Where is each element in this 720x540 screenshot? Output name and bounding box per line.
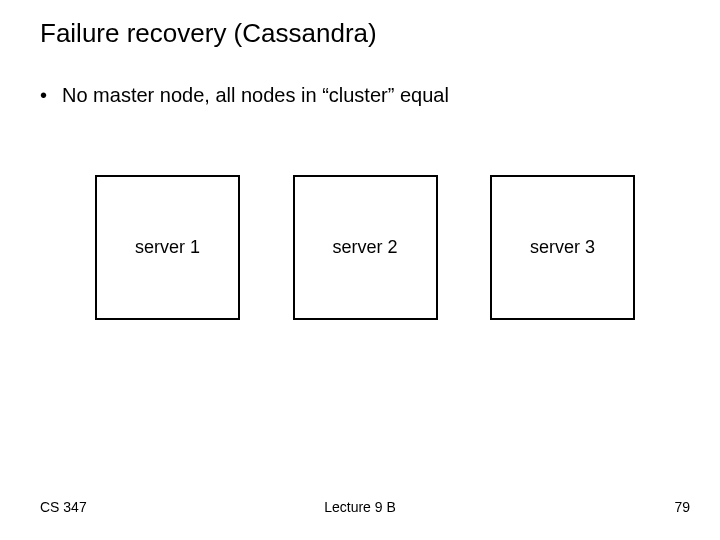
server-box-3: server 3	[490, 175, 635, 320]
footer-page-number: 79	[674, 499, 690, 515]
slide: Failure recovery (Cassandra) • No master…	[0, 0, 720, 540]
server-box-1: server 1	[95, 175, 240, 320]
footer-lecture: Lecture 9 B	[0, 499, 720, 515]
bullet-marker: •	[40, 82, 62, 108]
bullet-text: No master node, all nodes in “cluster” e…	[62, 82, 449, 108]
server-diagram: server 1 server 2 server 3	[95, 175, 635, 320]
page-title: Failure recovery (Cassandra)	[40, 18, 377, 49]
server-box-2: server 2	[293, 175, 438, 320]
server-label: server 1	[135, 237, 200, 258]
bullet-item: • No master node, all nodes in “cluster”…	[40, 82, 449, 108]
server-label: server 3	[530, 237, 595, 258]
server-label: server 2	[332, 237, 397, 258]
